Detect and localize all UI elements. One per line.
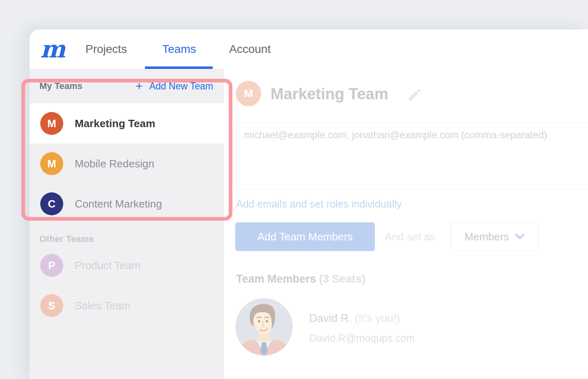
sidebar-item-product-team[interactable]: P Product Team [30, 245, 224, 285]
team-members-heading: Team Members (3 Seats) [236, 273, 365, 285]
team-members-label: Team Members [236, 273, 316, 285]
team-avatar: M [40, 112, 63, 135]
edit-pencil-icon[interactable] [407, 87, 423, 104]
plus-icon: + [136, 81, 143, 91]
other-teams-title: Other Teams [30, 234, 224, 245]
add-new-team-label: Add New Team [149, 81, 213, 92]
member-name: David R. [309, 312, 352, 324]
moqups-logo[interactable]: m [40, 33, 65, 66]
team-avatar: S [40, 294, 63, 317]
nav-item-teams[interactable]: Teams [162, 30, 196, 69]
set-as-label: And set as [385, 222, 435, 251]
team-name: Mobile Redesign [75, 158, 154, 170]
add-team-members-button[interactable]: Add Team Members [235, 222, 375, 251]
top-nav: m Projects Teams Account [30, 30, 588, 69]
add-new-team-button[interactable]: + Add New Team [136, 81, 213, 92]
team-avatar: C [40, 192, 63, 215]
member-you-label: (It's you!) [355, 312, 400, 324]
sidebar-item-marketing-team[interactable]: M Marketing Team [30, 103, 224, 144]
teams-sidebar: My Teams + Add New Team M Marketing Team… [30, 69, 224, 379]
role-dropdown-value: Members [464, 231, 509, 243]
team-name: Marketing Team [75, 117, 155, 130]
nav-item-account[interactable]: Account [229, 30, 271, 69]
team-avatar: M [40, 152, 63, 175]
sidebar-item-content-marketing[interactable]: C Content Marketing [30, 184, 224, 224]
member-email: David.R@moqups.com [309, 332, 415, 344]
member-avatar-illustration [235, 298, 293, 356]
team-title: Marketing Team [271, 85, 388, 103]
sidebar-item-sales-team[interactable]: S Sales Team [30, 285, 224, 326]
team-name: Content Marketing [75, 198, 162, 210]
sidebar-item-mobile-redesign[interactable]: M Mobile Redesign [30, 144, 224, 184]
role-dropdown[interactable]: Members [450, 222, 539, 251]
team-avatar: P [40, 254, 63, 277]
chevron-down-icon [515, 233, 525, 240]
nav-item-projects[interactable]: Projects [85, 30, 127, 69]
my-teams-title: My Teams [39, 81, 83, 91]
seats-count: (3 Seats) [319, 273, 365, 285]
team-detail-panel: M Marketing Team Add emails and set role… [224, 69, 588, 379]
team-header-avatar: M [236, 81, 261, 106]
app-window: m Projects Teams Account My Teams + Add … [30, 30, 588, 379]
my-teams-header: My Teams + Add New Team [30, 69, 224, 103]
invite-emails-input[interactable] [236, 122, 588, 190]
team-name: Sales Team [75, 299, 130, 312]
member-name-row: David R. (It's you!) [309, 312, 400, 325]
team-name: Product Team [75, 259, 140, 272]
add-individually-link[interactable]: Add emails and set roles individually [236, 198, 402, 210]
